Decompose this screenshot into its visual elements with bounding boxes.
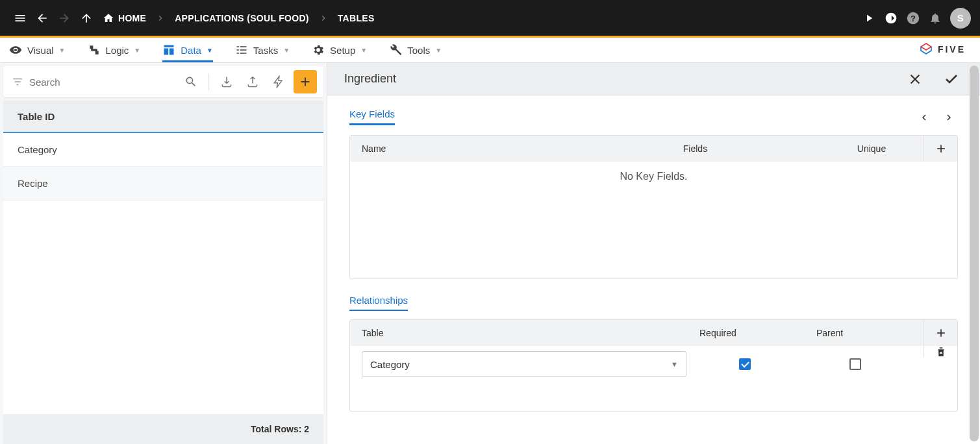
empty-key-fields: No Key Fields.	[350, 162, 957, 191]
bell-icon[interactable]	[924, 7, 946, 29]
col-fields: Fields	[571, 143, 820, 154]
total-rows: Total Rows: 2	[3, 414, 323, 444]
key-fields-tab[interactable]: Key Fields	[349, 108, 395, 125]
menu-logic[interactable]: Logic▼	[88, 38, 141, 62]
gear-icon	[312, 43, 325, 56]
search-input[interactable]	[29, 77, 176, 88]
export-icon[interactable]	[242, 71, 264, 93]
table-rows: Category Recipe	[3, 133, 323, 414]
eye-icon	[9, 43, 22, 56]
menu-tasks[interactable]: Tasks▼	[235, 38, 290, 62]
col-required: Required	[688, 328, 805, 338]
menu-setup[interactable]: Setup▼	[312, 38, 367, 62]
top-bar: HOME APPLICATIONS (SOUL FOOD) TABLES ? S	[0, 0, 980, 36]
table-row[interactable]: Category	[3, 133, 323, 167]
brand-logo: FIVE	[918, 42, 966, 57]
svg-text:?: ?	[911, 13, 916, 23]
announce-icon[interactable]	[880, 7, 902, 29]
check-icon[interactable]	[940, 68, 963, 91]
add-relationship-button[interactable]	[923, 320, 957, 346]
chevron-down-icon: ▼	[59, 47, 66, 54]
chevron-right-icon	[314, 13, 333, 23]
tools-icon	[389, 43, 402, 56]
next-section-icon[interactable]	[940, 108, 958, 127]
help-icon[interactable]: ?	[902, 7, 924, 29]
chevron-down-icon: ▼	[207, 47, 213, 54]
breadcrumb-home[interactable]: HOME	[97, 12, 151, 24]
relationship-table-select[interactable]: Category ▼	[362, 351, 686, 377]
chevron-down-icon: ▼	[134, 47, 140, 54]
left-panel: Table ID Category Recipe Total Rows: 2	[0, 63, 327, 444]
avatar[interactable]: S	[950, 8, 971, 29]
up-icon[interactable]	[75, 7, 97, 29]
run-icon[interactable]	[858, 7, 880, 29]
detail-header: Ingredient	[327, 63, 980, 95]
key-fields-grid: Name Fields Unique No Key Fields.	[349, 135, 958, 279]
tasks-icon	[235, 43, 248, 56]
import-icon[interactable]	[216, 71, 238, 93]
table-id-header: Table ID	[3, 101, 323, 133]
chevron-down-icon: ▼	[283, 47, 290, 54]
chevron-down-icon: ▼	[360, 47, 367, 54]
menu-bar: Visual▼ Logic▼ Data▼ Tasks▼ Setup▼ Tools…	[0, 38, 980, 63]
relationships-tab[interactable]: Relationships	[349, 295, 408, 312]
menu-icon[interactable]	[9, 7, 31, 29]
col-unique: Unique	[820, 143, 923, 154]
chevron-down-icon: ▼	[435, 47, 442, 54]
scrollbar[interactable]	[970, 66, 979, 441]
chevron-down-icon: ▼	[671, 360, 678, 368]
breadcrumb-home-label: HOME	[118, 13, 146, 23]
back-icon[interactable]	[31, 7, 53, 29]
chevron-right-icon	[151, 13, 170, 23]
data-icon	[162, 43, 175, 56]
col-parent: Parent	[805, 328, 923, 338]
logo-icon	[918, 42, 934, 57]
menu-tools[interactable]: Tools▼	[389, 38, 442, 62]
filter-icon[interactable]	[10, 76, 25, 88]
close-icon[interactable]	[903, 68, 927, 91]
add-button[interactable]	[294, 70, 317, 93]
breadcrumb-tables-label: TABLES	[338, 13, 375, 23]
forward-icon	[53, 7, 75, 29]
delete-relationship-icon[interactable]	[923, 346, 957, 358]
table-row[interactable]: Recipe	[3, 167, 323, 201]
add-key-field-button[interactable]	[923, 136, 957, 162]
prev-section-icon[interactable]	[915, 108, 933, 127]
menu-data[interactable]: Data▼	[162, 38, 213, 62]
logic-icon	[88, 43, 101, 56]
search-icon[interactable]	[180, 71, 202, 93]
detail-title: Ingredient	[344, 72, 903, 86]
breadcrumb-applications[interactable]: APPLICATIONS (SOUL FOOD)	[170, 13, 314, 23]
menu-visual[interactable]: Visual▼	[9, 38, 66, 62]
left-toolbar	[3, 66, 323, 97]
col-name: Name	[350, 143, 571, 154]
breadcrumb-tables[interactable]: TABLES	[333, 13, 380, 23]
home-icon	[103, 12, 114, 24]
lightning-icon[interactable]	[268, 71, 290, 93]
col-table: Table	[350, 328, 688, 338]
breadcrumb-applications-label: APPLICATIONS (SOUL FOOD)	[175, 13, 309, 23]
right-panel: Ingredient Key Fields Name Fields	[327, 63, 980, 444]
required-checkbox[interactable]	[739, 358, 751, 370]
parent-checkbox[interactable]	[849, 358, 861, 370]
relationships-grid: Table Required Parent Category ▼	[349, 319, 958, 412]
